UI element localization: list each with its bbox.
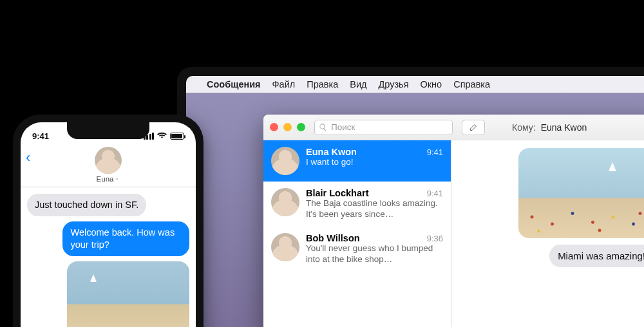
contact-name[interactable]: Euna — [97, 175, 120, 183]
iphone-frame: 9:41 ‹ Euna Just touched down in SF. Wel… — [13, 115, 204, 327]
to-label: Кому: — [512, 122, 536, 133]
conversation-preview: The Baja coastline looks amazing. It's b… — [306, 198, 443, 220]
avatar — [271, 233, 299, 261]
contact-name-label: Euna — [97, 175, 114, 183]
search-icon — [319, 123, 327, 131]
window-titlebar: Поиск Кому: Euna Kwon — [263, 115, 644, 140]
avatar — [271, 147, 299, 175]
conversation-item[interactable]: Bob Willson 9:36 You'll never guess who … — [263, 227, 451, 272]
mac-menubar: Сообщения Файл Правка Вид Друзья Окно Сп… — [186, 76, 644, 93]
conversation-time: 9:36 — [427, 234, 443, 243]
outgoing-image-message[interactable] — [518, 148, 644, 238]
chevron-right-icon — [115, 176, 120, 182]
menu-window[interactable]: Окно — [420, 79, 442, 89]
messages-window: Поиск Кому: Euna Kwon Euna Kwon — [263, 115, 644, 327]
menubar-app-name[interactable]: Сообщения — [207, 79, 261, 89]
conversation-item[interactable]: Blair Lockhart 9:41 The Baja coastline l… — [263, 182, 451, 227]
conversation-time: 9:41 — [427, 147, 443, 157]
search-input[interactable]: Поиск — [314, 120, 453, 135]
contact-avatar[interactable] — [95, 147, 122, 174]
iphone-screen: 9:41 ‹ Euna Just touched down in SF. Wel… — [21, 122, 196, 327]
conversation-name: Euna Kwon — [306, 147, 357, 157]
incoming-message: Just touched down in SF. — [27, 194, 146, 216]
minimize-button[interactable] — [283, 123, 292, 131]
conversation-name: Bob Willson — [306, 233, 360, 243]
outgoing-message: Welcome back. How was your trip? — [62, 221, 189, 256]
menu-edit[interactable]: Правка — [307, 79, 338, 89]
zoom-button[interactable] — [297, 123, 305, 131]
status-time: 9:41 — [32, 131, 49, 141]
menu-buddies[interactable]: Друзья — [378, 79, 408, 89]
ios-chat-header: ‹ Euna — [21, 145, 196, 187]
conversation-preview: I want to go! — [306, 157, 443, 168]
outgoing-text-message: Miami was amazing! — [549, 245, 644, 267]
conversation-time: 9:41 — [427, 189, 443, 198]
conversation-list: Euna Kwon 9:41 I want to go! Blair Lockh… — [263, 140, 451, 327]
outgoing-image-message[interactable] — [67, 261, 189, 327]
search-placeholder: Поиск — [331, 122, 355, 132]
back-button[interactable]: ‹ — [26, 149, 30, 166]
wifi-icon — [157, 130, 167, 142]
compose-button[interactable] — [462, 120, 485, 135]
menu-view[interactable]: Вид — [350, 79, 366, 89]
avatar — [271, 188, 299, 216]
window-traffic-lights — [270, 123, 305, 131]
ios-message-thread[interactable]: Just touched down in SF. Welcome back. H… — [21, 187, 196, 327]
conversation-name: Blair Lockhart — [306, 188, 369, 198]
battery-icon — [170, 133, 184, 140]
menu-file[interactable]: Файл — [272, 79, 296, 89]
mac-display-frame: Сообщения Файл Правка Вид Друзья Окно Сп… — [177, 67, 644, 327]
iphone-notch — [67, 122, 149, 139]
conversation-preview: You'll never guess who I bumped into at … — [306, 243, 443, 265]
mac-desktop: Сообщения Файл Правка Вид Друзья Окно Сп… — [186, 76, 644, 327]
close-button[interactable] — [270, 123, 278, 131]
to-field: Кому: Euna Kwon — [512, 122, 587, 133]
to-value[interactable]: Euna Kwon — [541, 122, 587, 133]
menu-help[interactable]: Справка — [453, 79, 490, 89]
chat-pane: Miami was amazing! — [451, 140, 644, 327]
conversation-item[interactable]: Euna Kwon 9:41 I want to go! — [263, 140, 451, 182]
compose-icon — [469, 122, 478, 132]
